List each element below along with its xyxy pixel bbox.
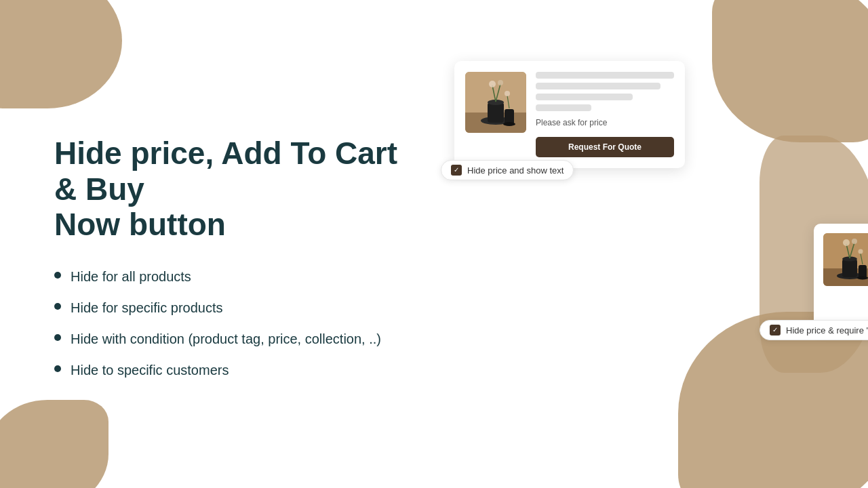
bullet-item-3: Hide with condition (product tag, price,… <box>54 329 448 348</box>
tooltip-label-1: Hide price and show text <box>467 165 564 176</box>
bullet-dot-3 <box>54 334 61 341</box>
check-icon-1: ✓ <box>454 167 459 174</box>
product-card-1: Please ask for price Request For Quote ✓… <box>454 61 685 168</box>
bullet-dot-2 <box>54 303 61 310</box>
price-text-1: Please ask for price <box>536 118 674 127</box>
svg-point-10 <box>503 122 515 126</box>
bullet-dot-1 <box>54 272 61 279</box>
feature-list: Hide for all products Hide for specific … <box>54 267 448 380</box>
svg-point-23 <box>857 277 868 280</box>
product-image-1 <box>465 72 526 133</box>
svg-rect-22 <box>859 265 867 278</box>
bullet-text-1: Hide for all products <box>71 267 191 286</box>
request-quote-btn-1[interactable]: Request For Quote <box>536 137 674 157</box>
svg-point-25 <box>859 249 863 254</box>
product-info-1: Please ask for price Request For Quote <box>536 72 674 157</box>
right-column: Please ask for price Request For Quote ✓… <box>448 41 868 461</box>
skeleton-line-1c <box>536 104 591 111</box>
svg-point-12 <box>505 91 510 96</box>
product-card-2: Login to see price Request For Quote ✓ H… <box>814 224 868 328</box>
main-container: Hide price, Add To Cart & Buy Now button… <box>0 0 868 488</box>
tooltip-label-2: Hide price & require 'Login' to see <box>786 325 868 336</box>
check-icon-2: ✓ <box>772 327 778 333</box>
checkbox-2[interactable]: ✓ <box>770 325 781 336</box>
product-image-2 <box>823 233 868 286</box>
bullet-text-2: Hide for specific products <box>71 298 223 317</box>
bullet-text-3: Hide with condition (product tag, price,… <box>71 329 381 348</box>
svg-rect-9 <box>505 109 514 124</box>
svg-point-7 <box>489 81 496 87</box>
svg-point-8 <box>498 80 503 85</box>
bullet-item-1: Hide for all products <box>54 267 448 286</box>
skeleton-line-1a <box>536 83 660 89</box>
svg-point-20 <box>843 239 850 246</box>
skeleton-line-1b <box>536 94 633 100</box>
checkbox-1[interactable]: ✓ <box>451 165 462 176</box>
skeleton-title-1 <box>536 72 674 79</box>
svg-rect-3 <box>488 102 504 123</box>
main-heading: Hide price, Add To Cart & Buy Now button <box>54 136 407 243</box>
tooltip-2: ✓ Hide price & require 'Login' to see <box>760 320 868 340</box>
bullet-item-4: Hide to specific customers <box>54 361 448 380</box>
bullet-item-2: Hide for specific products <box>54 298 448 317</box>
bullet-dot-4 <box>54 365 61 372</box>
tooltip-1: ✓ Hide price and show text <box>441 160 574 180</box>
svg-rect-16 <box>842 259 857 277</box>
svg-point-21 <box>852 239 857 244</box>
bullet-text-4: Hide to specific customers <box>71 361 229 380</box>
left-column: Hide price, Add To Cart & Buy Now button… <box>54 41 448 461</box>
